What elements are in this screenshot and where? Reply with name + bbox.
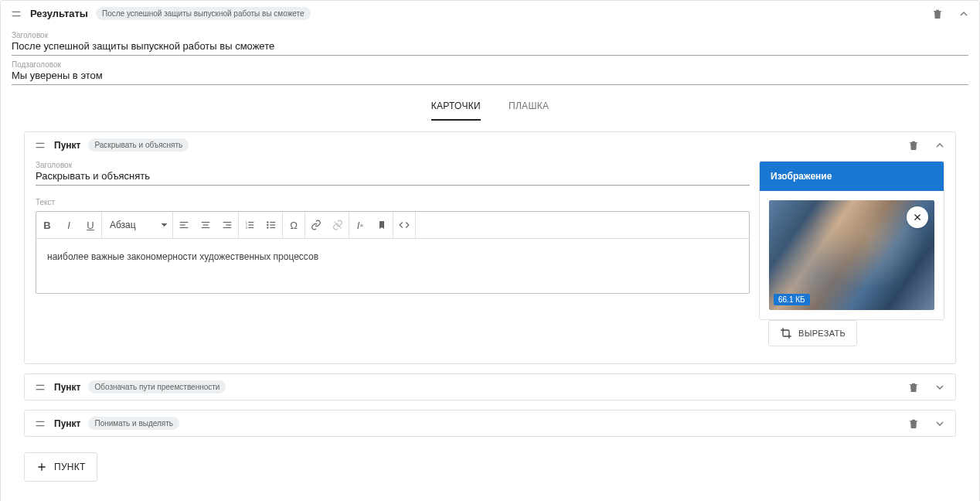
expand-card-button[interactable] xyxy=(934,381,946,394)
card-pill: Обозначать пути преемственности xyxy=(88,380,226,394)
rich-text-editor: B I U Абзац xyxy=(36,211,750,294)
subheading-label: Подзаголовок xyxy=(12,60,968,69)
section-title: Результаты xyxy=(30,8,88,19)
ordered-list-button[interactable]: 123 xyxy=(239,212,260,238)
drag-handle-icon[interactable] xyxy=(34,139,46,152)
image-panel: Изображение 66.1 КБ xyxy=(759,161,944,320)
rte-content[interactable]: наиболее важные закономерности художеств… xyxy=(36,239,749,293)
card-pill: Понимать и выделять xyxy=(88,417,179,430)
card-header: Пункт Раскрывать и объяснять xyxy=(25,132,955,158)
card-pill: Раскрывать и объяснять xyxy=(88,138,189,152)
rte-toolbar: B I U Абзац xyxy=(36,212,749,239)
collapse-section-button[interactable] xyxy=(958,8,970,20)
svg-point-22 xyxy=(267,222,268,223)
image-thumbnail: 66.1 КБ xyxy=(769,200,934,310)
unordered-list-button[interactable] xyxy=(260,212,282,238)
section-pill: После успешной защиты выпускной работы в… xyxy=(96,7,311,20)
add-point-button[interactable]: ПУНКТ xyxy=(24,452,97,482)
card-label: Пункт xyxy=(54,140,80,151)
code-view-button[interactable] xyxy=(393,212,415,238)
svg-point-23 xyxy=(267,224,268,225)
svg-point-24 xyxy=(267,227,268,228)
tab-cards[interactable]: КАРТОЧКИ xyxy=(431,101,481,121)
crop-icon xyxy=(780,327,792,339)
svg-text:3: 3 xyxy=(246,227,247,230)
section-body: Заголовок Подзаголовок КАРТОЧКИ ПЛАШКА П… xyxy=(1,31,979,501)
card-heading-label: Заголовок xyxy=(36,161,750,169)
heading-input[interactable] xyxy=(12,40,968,52)
align-left-button[interactable] xyxy=(173,212,195,238)
card-body: Заголовок Текст B I U xyxy=(25,158,955,363)
align-right-button[interactable] xyxy=(216,212,238,238)
align-center-button[interactable] xyxy=(195,212,216,238)
tabs: КАРТОЧКИ ПЛАШКА xyxy=(12,101,968,121)
section-header: Результаты После успешной защиты выпускн… xyxy=(1,1,979,26)
card-collapsed: Пункт Понимать и выделять xyxy=(24,410,956,437)
drag-handle-icon[interactable] xyxy=(34,381,46,394)
card-heading-input[interactable] xyxy=(36,170,750,182)
delete-card-button[interactable] xyxy=(907,381,920,394)
italic-button[interactable]: I xyxy=(58,212,80,238)
bold-button[interactable]: B xyxy=(36,212,58,238)
card-heading-field[interactable]: Заголовок xyxy=(36,161,750,186)
link-button[interactable] xyxy=(305,212,327,238)
clear-format-button[interactable]: I× xyxy=(349,212,371,238)
heading-label: Заголовок xyxy=(12,31,968,39)
bookmark-button[interactable] xyxy=(371,212,393,238)
subheading-field[interactable]: Подзаголовок xyxy=(12,60,968,85)
drag-handle-icon[interactable] xyxy=(34,418,46,430)
card-label: Пункт xyxy=(54,382,80,393)
card-expanded: Пункт Раскрывать и объяснять Заголовок xyxy=(24,131,956,364)
cards-container: Пункт Раскрывать и объяснять Заголовок xyxy=(12,131,968,437)
unlink-button[interactable] xyxy=(327,212,349,238)
special-char-button[interactable]: Ω xyxy=(283,212,305,238)
card-label: Пункт xyxy=(54,418,80,429)
crop-button[interactable]: ВЫРЕЗАТЬ xyxy=(768,320,857,346)
subheading-input[interactable] xyxy=(12,70,968,81)
text-label: Текст xyxy=(36,198,750,206)
image-size-badge: 66.1 КБ xyxy=(774,294,810,305)
plus-icon xyxy=(36,461,48,473)
paragraph-select[interactable]: Абзац xyxy=(102,212,173,238)
expand-card-button[interactable] xyxy=(934,418,946,430)
results-section: Результаты После успешной защиты выпускн… xyxy=(0,0,980,501)
card-collapsed: Пункт Обозначать пути преемственности xyxy=(24,373,956,400)
delete-card-button[interactable] xyxy=(907,139,920,152)
tab-plate[interactable]: ПЛАШКА xyxy=(509,101,549,121)
drag-handle-icon[interactable] xyxy=(10,8,22,20)
collapse-card-button[interactable] xyxy=(934,139,946,152)
delete-card-button[interactable] xyxy=(907,418,920,430)
image-panel-title: Изображение xyxy=(760,162,944,191)
delete-section-button[interactable] xyxy=(931,8,944,20)
heading-field[interactable]: Заголовок xyxy=(12,31,968,56)
remove-image-button[interactable] xyxy=(907,206,928,228)
underline-button[interactable]: U xyxy=(80,212,101,238)
